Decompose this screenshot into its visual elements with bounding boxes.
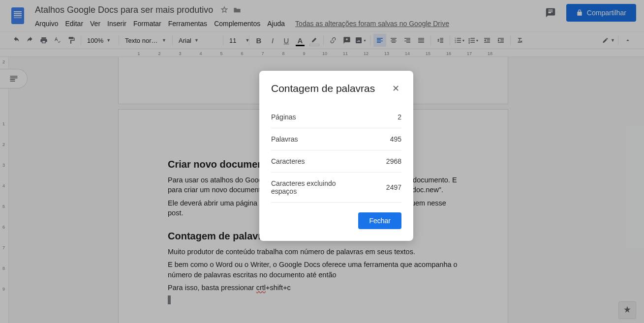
close-button[interactable]: Fechar: [358, 212, 401, 229]
word-count-dialog: Contagem de palavras ✕ Páginas 2 Palavra…: [259, 71, 413, 241]
stat-row-words: Palavras 495: [271, 128, 401, 150]
close-icon[interactable]: ✕: [390, 83, 401, 94]
stat-row-characters-no-spaces: Caracteres excluindo espaços 2497: [271, 173, 401, 203]
stat-row-pages: Páginas 2: [271, 106, 401, 128]
stat-row-characters: Caracteres 2968: [271, 150, 401, 173]
dialog-title: Contagem de palavras: [271, 83, 375, 94]
